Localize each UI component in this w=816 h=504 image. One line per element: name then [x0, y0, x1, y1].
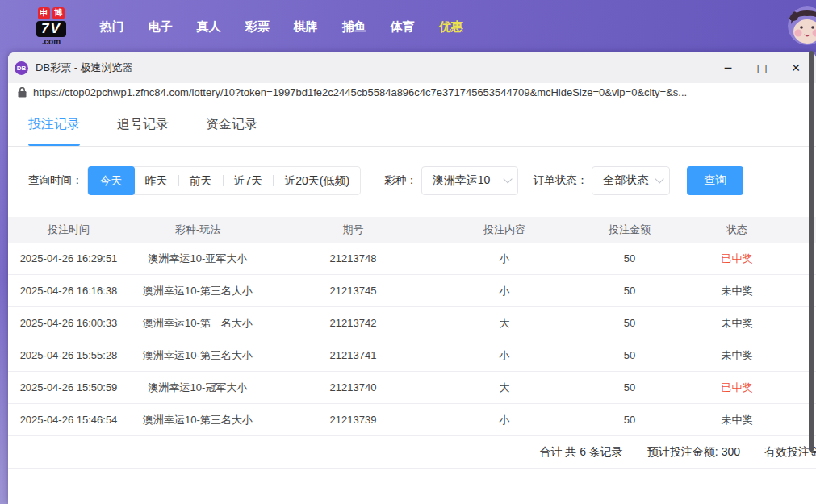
- cell-issue: 21213739: [266, 414, 440, 426]
- cell-amount: 50: [569, 349, 690, 361]
- time-option-20days[interactable]: 近20天(低频): [274, 167, 360, 194]
- cell-amount: 50: [569, 285, 690, 297]
- col-issue: 期号: [266, 223, 440, 237]
- cell-play: 澳洲幸运10-第三名大小: [129, 316, 266, 331]
- bet-records-table: 投注时间 彩种-玩法 期号 投注内容 投注金额 状态 2025-04-26 16…: [8, 217, 816, 469]
- tab-bet-records[interactable]: 投注记录: [28, 116, 80, 146]
- cell-play: 澳洲幸运10-第三名大小: [129, 284, 266, 298]
- minimize-icon[interactable]: ─: [721, 60, 735, 75]
- nav-item-cards[interactable]: 棋牌: [282, 0, 330, 52]
- nav-item-sports[interactable]: 体育: [379, 0, 427, 52]
- site-logo[interactable]: 申 博 7V .com: [36, 7, 66, 46]
- cell-status: 未中奖: [690, 284, 784, 298]
- cell-play: 澳洲幸运10-第三名大小: [129, 348, 266, 363]
- window-controls: ─ □ ✕: [721, 60, 803, 75]
- col-bet-amount: 投注金额: [569, 223, 690, 237]
- cell-status: 未中奖: [690, 316, 784, 331]
- cell-time: 2025-04-26 15:55:28: [8, 349, 129, 361]
- top-navbar: 申 博 7V .com 热门 电子 真人 彩票 棋牌 捕鱼 体育 优惠: [0, 0, 816, 52]
- chevron-down-icon: [655, 174, 664, 183]
- cell-issue: 21213740: [266, 381, 440, 394]
- nav-item-slots[interactable]: 电子: [136, 0, 185, 52]
- maximize-icon[interactable]: □: [755, 60, 769, 75]
- cell-issue: 21213741: [266, 349, 440, 361]
- status-select-value: 全部状态: [603, 173, 648, 188]
- cell-play: 澳洲幸运10-冠军大小: [129, 381, 266, 395]
- filter-bar: 查询时间： 今天 昨天 前天 近7天 近20天(低频) 彩种： 澳洲幸运10 订…: [28, 166, 816, 195]
- chevron-down-icon: [503, 174, 512, 183]
- time-option-daybefore[interactable]: 前天: [179, 167, 223, 194]
- cell-status: 未中奖: [690, 413, 784, 427]
- table-row: 2025-04-26 16:29:51 澳洲幸运10-亚军大小 21213748…: [8, 243, 816, 275]
- lottery-filter-label: 彩种：: [384, 173, 417, 188]
- col-bet-content: 投注内容: [440, 223, 569, 237]
- user-avatar[interactable]: [788, 6, 816, 45]
- summary-total: 合计 共 6 条记录: [539, 445, 622, 460]
- close-icon[interactable]: ✕: [789, 60, 803, 75]
- query-button[interactable]: 查询: [687, 166, 743, 195]
- cell-content: 大: [440, 381, 569, 395]
- vertical-scrollbar[interactable]: [809, 51, 814, 452]
- cell-status: 未中奖: [690, 348, 784, 363]
- cell-amount: 50: [569, 414, 690, 426]
- logo-main-text: 7V: [36, 21, 66, 37]
- cell-time: 2025-04-26 16:29:51: [8, 252, 129, 264]
- logo-badge-2: 博: [52, 7, 65, 19]
- cell-status: 已中奖: [690, 381, 784, 395]
- window-titlebar: DB DB彩票 - 极速浏览器 ─ □ ✕: [8, 52, 816, 83]
- col-status: 状态: [690, 223, 784, 237]
- time-range-group: 今天 昨天 前天 近7天 近20天(低频): [87, 166, 362, 195]
- cell-amount: 50: [569, 252, 690, 264]
- time-option-7days[interactable]: 近7天: [224, 167, 274, 194]
- avatar-illustration: [788, 6, 816, 45]
- address-bar[interactable]: https://ctop02pchwp1.zfnc84.com/lottery/…: [8, 83, 816, 102]
- lock-icon: [18, 87, 27, 98]
- table-header: 投注时间 彩种-玩法 期号 投注内容 投注金额 状态: [8, 217, 816, 243]
- main-nav: 热门 电子 真人 彩票 棋牌 捕鱼 体育 优惠: [88, 0, 475, 52]
- cell-content: 小: [440, 413, 569, 427]
- nav-item-hot[interactable]: 热门: [88, 0, 136, 52]
- nav-item-lottery[interactable]: 彩票: [233, 0, 282, 52]
- col-bet-time: 投注时间: [8, 223, 129, 237]
- logo-suffix: .com: [42, 37, 61, 46]
- lottery-select[interactable]: 澳洲幸运10: [421, 166, 518, 195]
- lottery-select-value: 澳洲幸运10: [433, 173, 491, 188]
- cell-amount: 50: [569, 381, 690, 394]
- logo-badge-1: 申: [38, 7, 50, 19]
- time-option-today[interactable]: 今天: [88, 166, 135, 195]
- tab-fund-records[interactable]: 资金记录: [206, 116, 257, 146]
- site-favicon: DB: [15, 61, 28, 75]
- window-title: DB彩票 - 极速浏览器: [36, 60, 721, 75]
- record-tabs: 投注记录 追号记录 资金记录: [8, 102, 816, 147]
- table-summary: 合计 共 6 条记录 预计投注金额: 300 有效投注金: [8, 436, 816, 469]
- cell-issue: 21213742: [266, 317, 440, 329]
- screen: 申 博 7V .com 热门 电子 真人 彩票 棋牌 捕鱼 体育 优惠: [0, 0, 816, 504]
- cell-play: 澳洲幸运10-第三名大小: [129, 413, 266, 427]
- table-row: 2025-04-26 16:00:33 澳洲幸运10-第三名大小 2121374…: [8, 307, 816, 339]
- cell-content: 小: [440, 252, 569, 266]
- cell-time: 2025-04-26 15:46:54: [8, 414, 129, 426]
- cell-play: 澳洲幸运10-亚军大小: [129, 252, 266, 266]
- nav-item-promo[interactable]: 优惠: [427, 0, 475, 52]
- cell-content: 小: [440, 348, 569, 363]
- table-row: 2025-04-26 15:50:59 澳洲幸运10-冠军大小 21213740…: [8, 372, 816, 404]
- nav-item-live[interactable]: 真人: [185, 0, 233, 52]
- cell-time: 2025-04-26 15:50:59: [8, 381, 129, 394]
- cell-time: 2025-04-26 16:00:33: [8, 317, 129, 329]
- url-text: https://ctop02pchwp1.zfnc84.com/lottery/…: [33, 86, 687, 98]
- logo-badges: 申 博: [38, 7, 65, 19]
- time-filter-label: 查询时间：: [28, 173, 83, 188]
- status-filter-label: 订单状态：: [534, 173, 588, 188]
- time-option-yesterday[interactable]: 昨天: [135, 167, 178, 194]
- table-row: 2025-04-26 16:16:38 澳洲幸运10-第三名大小 2121374…: [8, 275, 816, 307]
- table-row: 2025-04-26 15:46:54 澳洲幸运10-第三名大小 2121373…: [8, 404, 816, 436]
- cell-status: 已中奖: [690, 252, 784, 266]
- cell-amount: 50: [569, 317, 690, 329]
- nav-item-fishing[interactable]: 捕鱼: [330, 0, 379, 52]
- cell-time: 2025-04-26 16:16:38: [8, 285, 129, 297]
- order-status-select[interactable]: 全部状态: [592, 166, 670, 195]
- browser-window: DB DB彩票 - 极速浏览器 ─ □ ✕ https://ctop02pchw…: [8, 52, 816, 504]
- cell-content: 小: [440, 284, 569, 298]
- tab-chase-records[interactable]: 追号记录: [117, 116, 169, 146]
- col-play-type: 彩种-玩法: [129, 223, 266, 237]
